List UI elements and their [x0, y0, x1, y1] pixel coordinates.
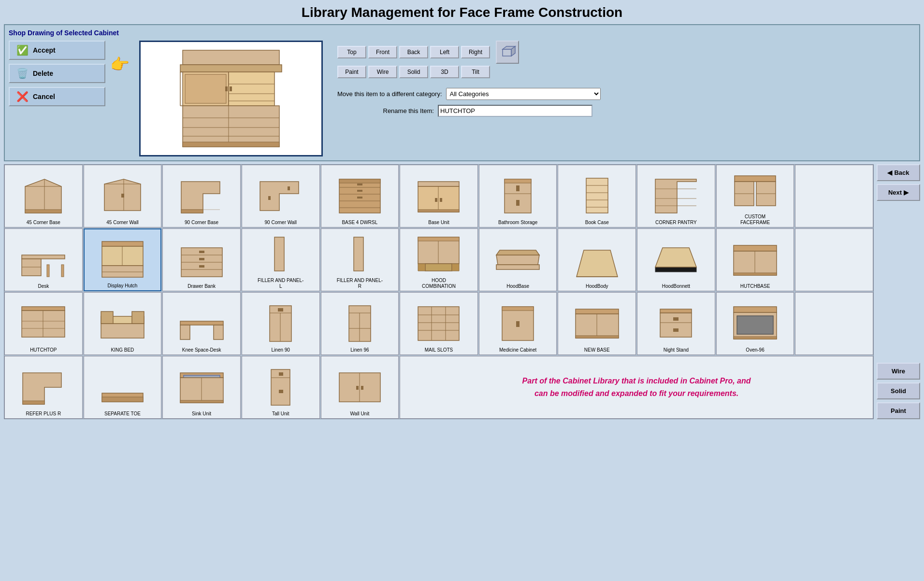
cabinet-desk[interactable]: Desk — [4, 228, 83, 291]
svg-rect-105 — [734, 273, 777, 275]
cabinet-king-bed[interactable]: KING BED — [84, 292, 162, 355]
cabinet-empty-r2c11 — [795, 228, 873, 291]
cabinet-hood-bonnett[interactable]: HoodBonnett — [637, 228, 715, 291]
cabinet-label-custom-faceframe: CUSTOM FACEFRAME — [731, 214, 780, 226]
cabinet-new-base[interactable]: NEW BASE — [558, 292, 636, 355]
svg-rect-143 — [673, 328, 679, 332]
cabinet-hood-combination[interactable]: HOOD COMBINATION — [400, 228, 478, 291]
cabinet-img-filler-panel-r — [337, 232, 383, 276]
svg-rect-75 — [102, 241, 143, 246]
view-right-button[interactable]: Right — [461, 46, 490, 58]
info-text-content: Part of the Cabinet Library that is incl… — [522, 375, 751, 399]
view-paint-button[interactable]: Paint — [337, 66, 366, 78]
svg-marker-61 — [655, 179, 696, 213]
svg-marker-96 — [496, 255, 539, 265]
cabinet-oven-96[interactable]: Oven-96 — [716, 292, 794, 355]
view-wire-button[interactable]: Wire — [368, 66, 397, 78]
cancel-button[interactable]: ❌ Cancel — [9, 87, 105, 106]
view-front-button[interactable]: Front — [368, 46, 397, 58]
cabinet-drawer-bank[interactable]: Drawer Bank — [162, 228, 241, 291]
cabinet-base-unit[interactable]: Base Unit — [400, 165, 478, 227]
svg-rect-115 — [180, 321, 223, 325]
cabinet-medicine-cabinet[interactable]: Medicine Cabinet — [479, 292, 557, 355]
back-button[interactable]: ◀ Back — [877, 164, 920, 181]
cabinet-display-hutch[interactable]: Display Hutch — [84, 228, 162, 291]
cabinet-bathroom-storage[interactable]: Bathroom Storage — [479, 165, 557, 227]
cabinet-hood-body[interactable]: HoodBody — [558, 228, 636, 291]
cabinet-hutchbase[interactable]: HUTCHBASE — [716, 228, 794, 291]
cabinet-knee-space-desk[interactable]: Knee Space-Desk — [162, 292, 241, 355]
svg-rect-25 — [25, 210, 61, 213]
rename-row: Rename this Item: — [337, 105, 915, 117]
view-top-button[interactable]: Top — [337, 46, 366, 58]
cabinet-hutchtop[interactable]: HUTCHTOP — [4, 292, 83, 355]
cabinet-hood-base[interactable]: HoodBase — [479, 228, 557, 291]
cabinet-45-corner-base[interactable]: 45 Corner Base — [4, 165, 83, 227]
cabinet-img-linen-96 — [337, 302, 383, 345]
view-back-button[interactable]: Back — [399, 46, 428, 58]
cabinet-filler-panel-r[interactable]: FILLER AND PANEL-R — [321, 228, 399, 291]
cabinet-img-oven-96 — [732, 302, 778, 345]
cabinet-label-refer-plus-r: REFER PLUS R — [26, 411, 61, 417]
svg-rect-45 — [418, 182, 459, 186]
svg-rect-87 — [274, 237, 284, 271]
cabinet-45-corner-wall[interactable]: 45 Corner Wall — [84, 165, 162, 227]
cabinet-label-king-bed: KING BED — [111, 347, 134, 353]
view-tilt-button[interactable]: Tilt — [461, 66, 490, 78]
view-solid-button[interactable]: Solid — [399, 66, 428, 78]
cabinet-img-hood-body — [574, 238, 620, 282]
cabinet-label-hood-bonnett: HoodBonnett — [662, 283, 690, 289]
cabinet-mail-slots[interactable]: MAIL SLOTS — [400, 292, 478, 355]
cabinet-custom-faceframe[interactable]: CUSTOM FACEFRAME — [716, 165, 794, 227]
cabinet-label-mail-slots: MAIL SLOTS — [425, 347, 453, 353]
cabinet-img-corner-pantry — [653, 174, 699, 218]
svg-rect-134 — [516, 321, 520, 327]
cabinet-tall-unit[interactable]: Tall Unit — [242, 356, 320, 419]
cabinet-label-base-unit: Base Unit — [428, 220, 449, 226]
cabinet-base4dwrsl[interactable]: BASE 4 DWRSL — [321, 165, 399, 227]
cabinet-label-night-stand: Night Stand — [664, 347, 689, 353]
cabinet-filler-panel-l[interactable]: FILLER AND PANEL-L — [242, 228, 320, 291]
cabinet-img-medicine-cabinet — [495, 302, 541, 345]
cabinet-wall-unit[interactable]: Wall Unit — [321, 356, 399, 419]
cabinet-label-medicine-cabinet: Medicine Cabinet — [499, 347, 536, 353]
cabinet-linen-96[interactable]: Linen 96 — [321, 292, 399, 355]
view-3d-button[interactable]: 3D — [430, 66, 459, 78]
back-arrow-icon: ◀ — [887, 169, 892, 176]
cabinet-separate-toe[interactable]: SEPARATE TOE — [84, 356, 162, 419]
accept-button[interactable]: ✅ Accept — [9, 41, 105, 60]
cabinet-linen-90[interactable]: Linen 90 — [242, 292, 320, 355]
cabinet-img-knee-space-desk — [179, 302, 225, 345]
view-buttons: Top Front Back Left Right — [337, 41, 915, 78]
cabinet-refer-plus-r[interactable]: REFER PLUS R — [4, 356, 83, 419]
cabinet-img-hood-base — [495, 238, 541, 282]
cabinet-corner-pantry[interactable]: CORNER PANTRY — [637, 165, 715, 227]
svg-rect-50 — [418, 210, 459, 212]
svg-rect-85 — [199, 258, 204, 260]
cabinet-empty-r3c11 — [795, 292, 873, 355]
rename-input[interactable] — [438, 105, 592, 117]
cabinet-grid: 45 Corner Base 45 Corner Wall — [4, 164, 874, 419]
cabinet-img-book-case — [574, 174, 620, 218]
3d-icon-button[interactable] — [496, 41, 519, 64]
cabinet-label-90-corner-wall: 90 Corner Wall — [265, 220, 297, 226]
cabinet-book-case[interactable]: Book Case — [558, 165, 636, 227]
cabinet-night-stand[interactable]: Night Stand — [637, 292, 715, 355]
right-sidebar: ◀ Back Next ▶ Wire Solid Paint — [877, 164, 920, 419]
category-select[interactable]: All Categories — [446, 88, 601, 100]
cabinet-90-corner-wall[interactable]: 90 Corner Wall — [242, 165, 320, 227]
delete-button[interactable]: 🗑️ Delete — [9, 64, 105, 83]
cabinet-label-sink-unit: Sink Unit — [192, 411, 211, 417]
cabinet-90-corner-base[interactable]: 90 Corner Base — [162, 165, 241, 227]
svg-marker-97 — [496, 250, 539, 255]
svg-rect-86 — [199, 265, 204, 268]
paint-button[interactable]: Paint — [877, 402, 920, 419]
category-label: Move this item to a different category: — [337, 90, 442, 98]
svg-rect-149 — [23, 401, 44, 404]
cabinet-sink-unit[interactable]: Sink Unit — [162, 356, 241, 419]
wire-button[interactable]: Wire — [877, 363, 920, 380]
solid-button[interactable]: Solid — [877, 383, 920, 399]
next-button[interactable]: Next ▶ — [877, 184, 920, 201]
view-left-button[interactable]: Left — [430, 46, 459, 58]
svg-rect-88 — [354, 237, 363, 271]
